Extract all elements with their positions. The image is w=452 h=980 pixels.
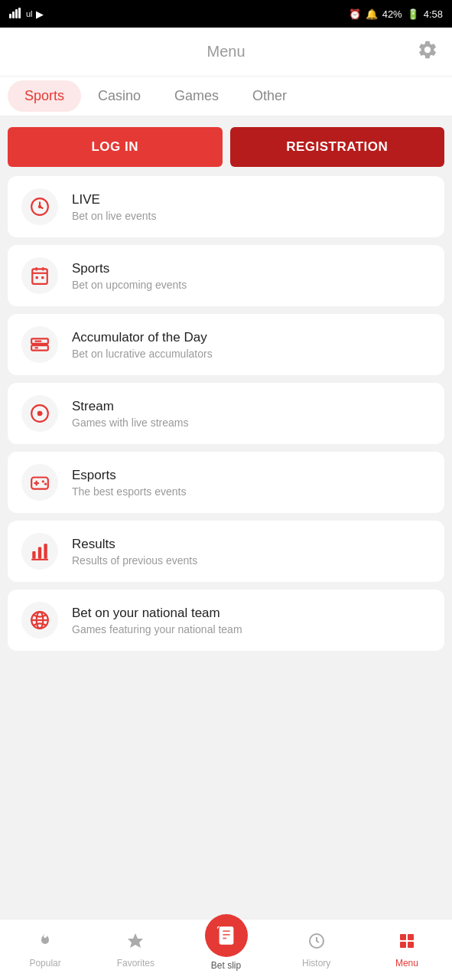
svg-rect-3: [18, 8, 21, 18]
tab-bar: Sports Casino Games Other: [0, 77, 452, 116]
results-title: Results: [72, 537, 197, 552]
sports-title: Sports: [72, 261, 187, 276]
nav-favorites[interactable]: Favorites: [90, 932, 180, 969]
stream-subtitle: Games with live streams: [72, 416, 188, 429]
nav-popular[interactable]: Popular: [0, 932, 90, 969]
svg-point-22: [42, 480, 44, 482]
header: Menu: [0, 28, 452, 77]
network-label: ul: [26, 9, 33, 18]
flame-icon: [36, 932, 54, 955]
tab-casino[interactable]: Casino: [81, 80, 158, 112]
menu-item-national-team[interactable]: Bet on your national team Games featurin…: [8, 590, 444, 651]
esports-icon: [21, 464, 58, 501]
alarm-icon: ⏰: [349, 8, 361, 20]
tab-games[interactable]: Games: [158, 80, 236, 112]
sports-subtitle: Bet on upcoming events: [72, 279, 187, 291]
favorites-label: Favorites: [117, 958, 154, 969]
svg-point-5: [38, 205, 41, 208]
svg-rect-13: [31, 345, 48, 351]
clock-icon: [307, 932, 326, 955]
login-button[interactable]: LOG IN: [8, 127, 223, 167]
menu-item-sports[interactable]: Sports Bet on upcoming events: [8, 245, 444, 306]
battery-label: 42%: [382, 8, 402, 20]
signal-icon: [9, 8, 23, 21]
svg-rect-11: [41, 276, 44, 279]
svg-rect-2: [15, 9, 18, 18]
results-subtitle: Results of previous events: [72, 554, 197, 567]
live-title: LIVE: [72, 192, 157, 207]
live-subtitle: Bet on live events: [72, 210, 157, 222]
svg-rect-40: [400, 942, 406, 948]
svg-rect-0: [9, 14, 11, 18]
stream-icon: [21, 395, 58, 432]
national-team-title: Bet on your national team: [72, 606, 242, 621]
tab-other[interactable]: Other: [236, 80, 304, 112]
star-icon: [126, 932, 145, 955]
esports-subtitle: The best esports events: [72, 485, 186, 498]
national-team-subtitle: Games featuring your national team: [72, 623, 242, 635]
auth-buttons: LOG IN REGISTRATION: [8, 127, 444, 167]
national-team-icon: [21, 602, 58, 639]
svg-rect-24: [32, 551, 35, 559]
menu-item-accumulator[interactable]: Accumulator of the Day Bet on lucrative …: [8, 314, 444, 375]
register-button[interactable]: REGISTRATION: [230, 127, 445, 167]
header-title: Menu: [206, 43, 245, 60]
status-right: ⏰ 🔔 42% 🔋 4:58: [349, 8, 443, 20]
battery-icon: 🔋: [407, 8, 419, 20]
svg-rect-39: [408, 934, 414, 940]
betslip-label: Bet slip: [211, 960, 241, 971]
status-left: ul ▶: [9, 8, 44, 21]
bottom-nav: Popular Favorites Bet slip: [0, 919, 452, 980]
accumulator-icon: [21, 326, 58, 363]
menu-label: Menu: [395, 958, 418, 969]
svg-rect-38: [400, 934, 406, 940]
tab-sports[interactable]: Sports: [8, 80, 81, 112]
menu-item-stream[interactable]: Stream Games with live streams: [8, 383, 444, 444]
accumulator-title: Accumulator of the Day: [72, 330, 213, 345]
nav-betslip[interactable]: Bet slip: [180, 929, 271, 971]
svg-rect-26: [44, 544, 47, 559]
mute-icon: 🔔: [366, 8, 378, 20]
esports-title: Esports: [72, 468, 186, 483]
sports-icon: [21, 257, 58, 294]
youtube-icon: ▶: [36, 8, 44, 20]
popular-label: Popular: [29, 958, 60, 969]
status-bar: ul ▶ ⏰ 🔔 42% 🔋 4:58: [0, 0, 452, 28]
history-label: History: [302, 958, 330, 969]
svg-rect-10: [36, 276, 38, 279]
stream-title: Stream: [72, 399, 188, 414]
svg-rect-41: [408, 942, 414, 948]
nav-history[interactable]: History: [272, 932, 362, 969]
svg-point-23: [44, 483, 47, 485]
nav-menu[interactable]: Menu: [362, 932, 452, 969]
main-content: LOG IN REGISTRATION LIVE Bet on live eve…: [0, 116, 452, 919]
svg-rect-6: [32, 269, 47, 284]
results-icon: [21, 533, 58, 570]
time-label: 4:58: [424, 8, 443, 20]
svg-rect-36: [219, 926, 233, 944]
menu-item-results[interactable]: Results Results of previous events: [8, 521, 444, 582]
svg-rect-25: [38, 547, 41, 559]
svg-rect-1: [12, 11, 15, 18]
betslip-circle: [205, 914, 248, 957]
live-icon: [21, 188, 58, 225]
grid-icon: [398, 932, 416, 955]
settings-icon[interactable]: [417, 39, 438, 65]
accumulator-subtitle: Bet on lucrative accumulators: [72, 348, 213, 360]
menu-item-live[interactable]: LIVE Bet on live events: [8, 176, 444, 237]
svg-marker-31: [128, 933, 143, 948]
menu-item-esports[interactable]: Esports The best esports events: [8, 452, 444, 513]
